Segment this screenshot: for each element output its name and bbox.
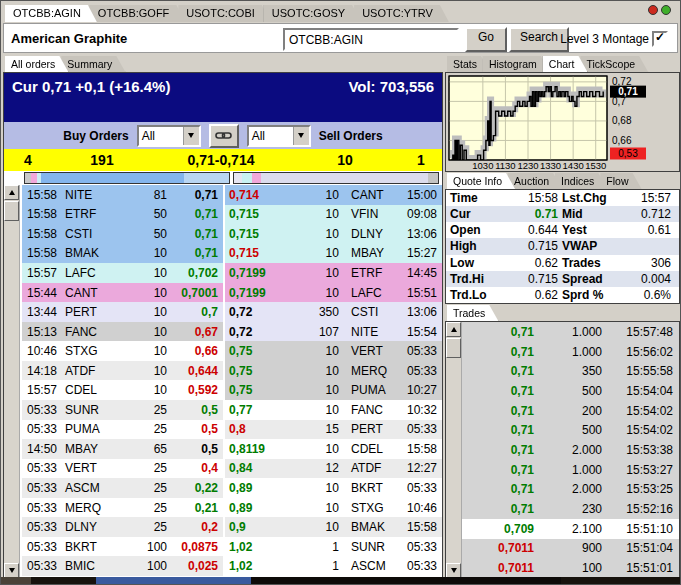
book-scrollbar[interactable]: [4, 185, 20, 578]
sell-order-row[interactable]: 1,021ASCM05:33: [225, 556, 442, 576]
buy-order-row[interactable]: 05:33DLNY250,2: [22, 517, 223, 537]
sell-filter-select[interactable]: All: [247, 125, 311, 147]
tab-auction[interactable]: Auction: [508, 173, 562, 189]
buy-order-row[interactable]: 14:50MBAY650,5: [22, 439, 223, 459]
trade-row[interactable]: 0,7120015:54:02: [462, 401, 679, 421]
market-maker: CDEL: [339, 442, 407, 456]
buy-order-row[interactable]: 05:33BKRT1000,0875: [22, 537, 223, 557]
buy-order-row[interactable]: 15:44CANT100,7001: [22, 283, 223, 303]
sell-order-row[interactable]: 0,8910BKRT05:33: [225, 478, 442, 498]
buy-order-row[interactable]: 05:33SUNR250,5: [22, 400, 223, 420]
buy-order-row[interactable]: 13:44PERT100,7: [22, 302, 223, 322]
trade-row[interactable]: 0,711.00015:57:48: [462, 322, 679, 342]
sell-order-row[interactable]: 0,7710FANC10:32: [225, 400, 442, 420]
buy-order-row[interactable]: 15:57LAFC100,702: [22, 263, 223, 283]
buy-order-row[interactable]: 05:33ASCM250,22: [22, 478, 223, 498]
scroll-up-button[interactable]: [446, 322, 461, 337]
trade-price: 0,71: [462, 423, 534, 437]
tab-tickscope[interactable]: TickScope: [580, 56, 648, 72]
tab-all-orders[interactable]: All orders: [5, 56, 68, 72]
trade-row[interactable]: 0,7150015:54:04: [462, 381, 679, 401]
trade-row[interactable]: 0,711.00015:56:02: [462, 342, 679, 362]
scroll-up-button[interactable]: [4, 185, 19, 200]
buy-order-row[interactable]: 05:33BMIC1000,025: [22, 556, 223, 576]
tab-usotc-gosy[interactable]: USOTC:GOSY: [264, 5, 361, 22]
buy-order-row[interactable]: 05:33VERT250,4: [22, 459, 223, 479]
chevron-down-icon[interactable]: [183, 127, 199, 145]
tab-flow[interactable]: Flow: [600, 173, 641, 189]
order-time: 14:50: [22, 442, 65, 456]
order-time: 05:33: [407, 481, 442, 495]
tab-quote-info[interactable]: Quote Info: [447, 173, 515, 189]
order-price: 0,7199: [225, 266, 289, 280]
quote-info-table: Time15:58Lst.Chg15:57Cur0.71Mid0.712Open…: [445, 189, 680, 304]
sell-order-row[interactable]: 0,815PERT05:33: [225, 420, 442, 440]
svg-text:1530: 1530: [585, 160, 606, 171]
buy-order-row[interactable]: 15:58NITE810,71: [22, 185, 223, 205]
buy-order-row[interactable]: 05:33PUMA250,5: [22, 420, 223, 440]
scroll-thumb[interactable]: [446, 338, 461, 358]
tab-otcbb-agin[interactable]: OTCBB:AGIN: [5, 5, 97, 22]
scroll-track[interactable]: [4, 221, 19, 563]
tab-summary[interactable]: Summary: [61, 56, 125, 72]
order-size: 25: [121, 501, 167, 515]
sell-order-row[interactable]: 0,719910LAFC15:51: [225, 283, 442, 303]
buy-order-row[interactable]: 05:33MERQ250,21: [22, 498, 223, 518]
buy-order-row[interactable]: 15:57CDEL100,592: [22, 380, 223, 400]
trade-row[interactable]: 0,7092.10015:51:10: [462, 519, 679, 539]
sell-order-row[interactable]: 0,7510MERQ05:33: [225, 361, 442, 381]
market-data-panel: StatsHistogramChartTickScope 10301130123…: [445, 55, 680, 579]
tab-trades[interactable]: Trades: [447, 305, 498, 321]
sell-order-row[interactable]: 0,8412ATDF12:27: [225, 459, 442, 479]
scroll-thumb[interactable]: [4, 201, 19, 221]
link-orders-button[interactable]: [209, 124, 239, 148]
sell-order-row[interactable]: 1,021SUNR05:33: [225, 537, 442, 557]
chevron-down-icon[interactable]: [293, 127, 309, 145]
sell-order-row[interactable]: 0,7510VERT05:33: [225, 341, 442, 361]
trade-row[interactable]: 0,712.00015:53:25: [462, 480, 679, 500]
buy-order-row[interactable]: 15:58ETRF500,71: [22, 205, 223, 225]
scroll-down-button[interactable]: [446, 563, 461, 578]
sell-order-row[interactable]: 0,811910CDEL15:58: [225, 439, 442, 459]
sell-order-row[interactable]: 0,71510MBAY15:27: [225, 244, 442, 264]
sell-order-row[interactable]: 0,910BMAK15:58: [225, 517, 442, 537]
go-button[interactable]: Go: [465, 27, 507, 52]
order-time: 15:58: [22, 188, 65, 202]
buy-order-row[interactable]: 15:58CSTI500,71: [22, 224, 223, 244]
buy-order-row[interactable]: 15:13FANC100,67: [22, 322, 223, 342]
order-price: 0,71: [167, 188, 223, 202]
trade-row[interactable]: 0,7135015:55:58: [462, 361, 679, 381]
trade-row[interactable]: 0,701190015:51:04: [462, 539, 679, 559]
sell-order-row[interactable]: 0,71510DLNY13:06: [225, 224, 442, 244]
montage-checkbox[interactable]: [652, 31, 668, 47]
trade-row[interactable]: 0,7123015:52:16: [462, 499, 679, 519]
sell-order-row[interactable]: 0,7510PUMA10:27: [225, 380, 442, 400]
trades-scrollbar[interactable]: [446, 322, 462, 578]
tab-usotc-ytrv[interactable]: USOTC:YTRV: [354, 5, 449, 22]
buy-filter-select[interactable]: All: [137, 125, 201, 147]
scroll-track[interactable]: [446, 358, 461, 563]
volume-text: Vol: 703,556: [348, 78, 434, 122]
trade-row[interactable]: 0,712.00015:53:38: [462, 440, 679, 460]
trade-row[interactable]: 0,7150015:54:02: [462, 420, 679, 440]
symbol-input[interactable]: [283, 28, 459, 51]
sell-order-row[interactable]: 0,72350CSTI13:06: [225, 302, 442, 322]
buy-order-row[interactable]: 10:46STXG100,66: [22, 341, 223, 361]
sell-order-row[interactable]: 0,71510VFIN09:08: [225, 205, 442, 225]
tab-otcbb-goff[interactable]: OTCBB:GOFF: [90, 5, 186, 22]
trade-row[interactable]: 0,711.00015:53:27: [462, 460, 679, 480]
sell-order-row[interactable]: 0,8910STXG10:46: [225, 498, 442, 518]
window-dot-red: [648, 5, 658, 15]
sell-order-row[interactable]: 0,71410CANT15:00: [225, 185, 442, 205]
market-maker: VERT: [65, 461, 121, 475]
tab-histogram[interactable]: Histogram: [483, 56, 550, 72]
tab-usotc-cobi[interactable]: USOTC:COBI: [178, 5, 270, 22]
tab-indices[interactable]: Indices: [555, 173, 607, 189]
order-time: 15:44: [22, 286, 65, 300]
sell-order-row[interactable]: 0,72107NITE15:54: [225, 322, 442, 342]
buy-order-row[interactable]: 15:58BMAK100,71: [22, 244, 223, 264]
trade-row[interactable]: 0,701110015:51:01: [462, 558, 679, 578]
sell-order-row[interactable]: 0,719910ETRF14:45: [225, 263, 442, 283]
buy-order-row[interactable]: 14:18ATDF100,644: [22, 361, 223, 381]
scroll-down-button[interactable]: [4, 563, 19, 578]
